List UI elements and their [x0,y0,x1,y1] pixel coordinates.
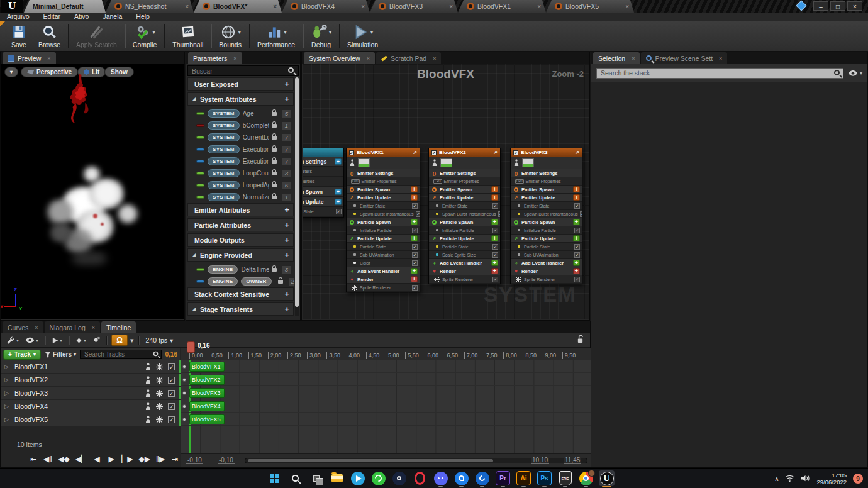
node-row-particle-state[interactable]: Particle State✓ [511,243,582,251]
close-icon[interactable]: × [361,3,365,10]
menu-editar[interactable]: Editar [36,13,67,21]
steam-icon[interactable] [391,470,407,486]
add-module-button[interactable]: + [335,158,342,165]
browse-button[interactable]: Browse [33,21,66,51]
whatsapp-icon[interactable] [370,470,386,486]
system-node[interactable]: BloodVFXSystem Settings+User ParametersS… [303,148,344,218]
node-row-sprite-renderer[interactable]: Sprite Renderer✓ [429,275,500,284]
add-module-button[interactable]: + [491,268,498,274]
chevron-down-icon[interactable]: ▾ [284,30,287,35]
emitter-node-header[interactable]: ✓BloodVFX2↗ [429,148,500,157]
add-module-button[interactable]: + [411,276,418,282]
enabled-checkbox[interactable]: ✓ [498,211,500,217]
tab-scratch-pad[interactable]: Scratch Pad× [376,52,441,64]
enabled-checkbox[interactable]: ✓ [580,211,582,217]
next-key-button[interactable]: ◆▶ [139,455,150,463]
node-row-spawn-burst-instantaneous[interactable]: Spawn Burst Instantaneous✓ [429,210,500,218]
maximize-button[interactable]: □ [830,1,845,11]
close-icon[interactable]: × [625,3,629,10]
parameter-row[interactable]: SYSTEMExecutionStat7 [187,155,294,167]
search-icon[interactable] [287,470,303,486]
menu-help[interactable]: Help [129,13,157,21]
close-icon[interactable]: × [632,55,635,62]
add-module-button[interactable]: + [411,235,418,241]
playback-options-icon[interactable]: ▾ [50,336,64,345]
node-row-sprite-renderer[interactable]: Sprite Renderer✓ [511,275,582,284]
expand-track-icon[interactable]: ▷ [4,377,14,383]
track-enabled-checkbox[interactable]: ✓ [168,403,175,410]
unreal-engine-icon[interactable]: U [599,470,615,486]
enabled-checkbox[interactable]: ✓ [336,209,342,214]
parameter-row[interactable]: SYSTEMLoopCount3 [187,167,294,179]
add-module-button[interactable]: + [411,219,418,225]
window-tab-Minimal_Default[interactable]: Minimal_Default [24,0,106,13]
timeline-clip-bloodvfx1[interactable]: BloodVFX1 [189,362,225,372]
add-module-button[interactable]: + [573,268,580,274]
expand-track-icon[interactable]: ▷ [4,416,14,423]
enabled-checkbox[interactable]: ✓ [412,285,418,291]
enabled-checkbox[interactable]: ✓ [412,244,418,250]
emitter-node-bloodvfx2[interactable]: ✓BloodVFX2↗()Emitter SettingsCPUEmitter … [428,148,501,284]
enabled-checkbox[interactable]: ✓ [412,203,418,209]
window-tab-NS_Headshot[interactable]: NS_Headshot× [106,0,194,13]
enabled-checkbox[interactable]: ✓ [574,203,580,209]
keyframe-dot-icon[interactable] [182,404,186,408]
start-icon[interactable] [267,470,282,486]
save-button[interactable]: Save [5,21,33,51]
chrome-icon[interactable] [578,470,594,486]
menu-ativo[interactable]: Ativo [67,13,96,21]
node-row-emitter-update[interactable]: ↗Emitter Update+ [511,194,582,202]
add-module-button[interactable]: + [411,186,418,192]
node-row-system-spawn[interactable]: System Spawn+ [303,187,343,197]
fps-selector[interactable]: 240 fps▾ [143,336,176,344]
parameter-row[interactable]: SYSTEMAge5 [187,108,294,119]
viewport-options-button[interactable]: ▾ [4,67,18,77]
parameter-row[interactable]: SYSTEMbCompleteOnl1 [187,119,294,131]
node-row-add-event-handler[interactable]: »Add Event Handler+ [429,259,500,267]
thumbnail-button[interactable]: Thumbnail [167,21,209,51]
emitter-node-bloodvfx1[interactable]: ✓BloodVFX1↗()Emitter SettingsCPUEmitter … [346,148,420,292]
bounds-button[interactable]: ▾Bounds [213,21,247,51]
add-module-button[interactable]: + [491,186,498,192]
add-module-button[interactable]: + [491,219,498,225]
add-parameter-icon[interactable]: + [284,289,289,299]
wifi-icon[interactable] [785,475,794,482]
node-row-system-settings[interactable]: System Settings+ [303,157,343,167]
to-front-button[interactable]: ⇤ [29,455,38,463]
track-row-bloodvfx4[interactable]: ▷BloodVFX4✓ [1,400,179,413]
apply-scratch-button[interactable]: Apply Scratch [70,21,123,51]
section-particle-attributes[interactable]: Particle Attributes+ [187,218,294,231]
node-row-particle-spawn[interactable]: Particle Spawn+ [347,218,420,226]
tab-curves[interactable]: Curves× [3,321,43,333]
system-overview-graph[interactable]: BloodVFX Zoom -2 SYSTEM BloodVFXSystem S… [303,64,589,319]
add-module-button[interactable]: + [573,235,580,241]
blue-app-1-icon[interactable] [453,470,469,486]
close-icon[interactable]: × [719,55,722,62]
add-module-button[interactable]: + [573,219,580,225]
node-row-emitter-update[interactable]: ↗Emitter Update+ [347,194,420,202]
marketplace-icon[interactable] [796,1,807,11]
next-frame-button[interactable]: ▏▶ [121,455,133,463]
track-enabled-checkbox[interactable]: ✓ [168,416,175,423]
node-row-emitter-state[interactable]: Emitter State✓ [429,202,500,210]
track-row-bloodvfx1[interactable]: ▷BloodVFX1✓ [1,360,179,373]
step-to-previous-section-button[interactable]: ◀‖ [43,455,52,463]
view-end-label[interactable]: 10,10 [531,457,549,464]
illustrator-icon[interactable]: Ai [516,470,531,486]
close-icon[interactable]: × [273,3,277,10]
enabled-checkbox[interactable]: ✓ [412,228,418,233]
chevron-down-icon[interactable]: ▾ [84,338,86,343]
node-row-render[interactable]: ♥Render+ [511,267,582,275]
enabled-checkbox[interactable]: ✓ [492,203,498,209]
add-module-button[interactable]: + [573,186,580,192]
open-emitter-icon[interactable]: ↗ [493,150,498,155]
add-module-button[interactable]: + [491,235,498,241]
parameter-row[interactable]: SYSTEMNormalizedLo1 [187,191,294,203]
node-row-system-update[interactable]: ↗System Update+ [303,197,343,207]
add-module-button[interactable]: + [491,194,498,201]
add-parameter-icon[interactable]: + [284,304,289,314]
open-emitter-icon[interactable]: ↗ [575,150,579,155]
enabled-checkbox[interactable]: ✓ [412,252,418,258]
node-row-emitter-spawn[interactable]: Emitter Spawn+ [511,186,582,194]
tab-parameters[interactable]: Parameters × [188,52,242,64]
